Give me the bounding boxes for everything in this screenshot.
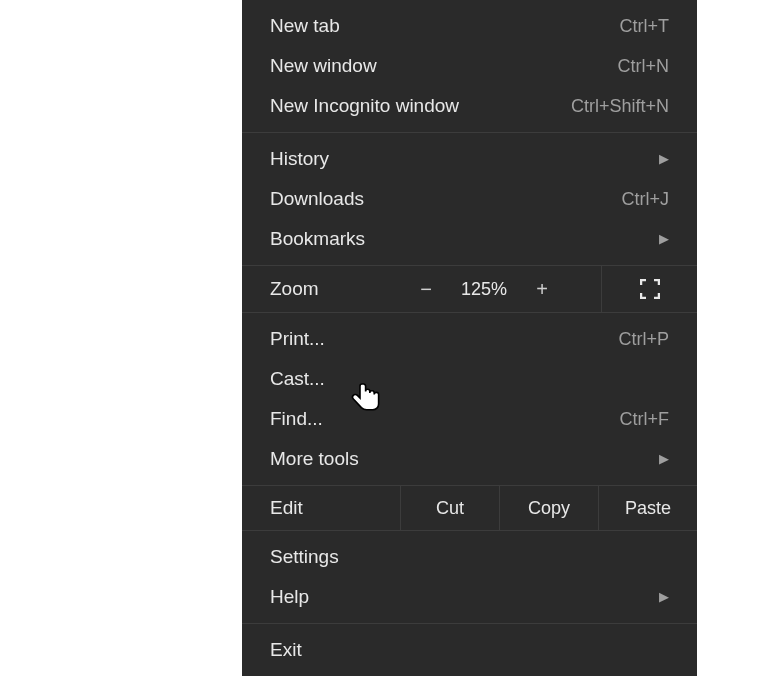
menu-item-label: Cast... <box>270 365 325 393</box>
menu-item-label: Bookmarks <box>270 225 365 253</box>
menu-item-label: Print... <box>270 325 325 353</box>
edit-row: Edit Cut Copy Paste <box>242 485 697 531</box>
chevron-right-icon: ▶ <box>659 145 669 173</box>
menu-item-shortcut: Ctrl+T <box>620 12 670 40</box>
menu-item-label: New window <box>270 52 377 80</box>
browser-main-menu: New tab Ctrl+T New window Ctrl+N New Inc… <box>242 0 697 676</box>
cut-button[interactable]: Cut <box>400 486 499 530</box>
paste-button[interactable]: Paste <box>598 486 697 530</box>
menu-item-label: History <box>270 145 329 173</box>
menu-item-more-tools[interactable]: More tools ▶ <box>242 439 697 479</box>
zoom-out-button[interactable]: − <box>400 266 452 312</box>
menu-item-shortcut: Ctrl+P <box>618 325 669 353</box>
menu-item-settings[interactable]: Settings <box>242 537 697 577</box>
menu-item-label: Downloads <box>270 185 364 213</box>
menu-item-find[interactable]: Find... Ctrl+F <box>242 399 697 439</box>
menu-item-shortcut: Ctrl+F <box>620 405 670 433</box>
zoom-row: Zoom − 125% + <box>242 265 697 313</box>
menu-item-downloads[interactable]: Downloads Ctrl+J <box>242 179 697 219</box>
menu-item-bookmarks[interactable]: Bookmarks ▶ <box>242 219 697 259</box>
chevron-right-icon: ▶ <box>659 445 669 473</box>
fullscreen-button[interactable] <box>601 266 697 312</box>
chevron-right-icon: ▶ <box>659 583 669 611</box>
menu-item-exit[interactable]: Exit <box>242 630 697 670</box>
copy-button[interactable]: Copy <box>499 486 598 530</box>
menu-item-label: Find... <box>270 405 323 433</box>
menu-item-label: New Incognito window <box>270 92 459 120</box>
menu-item-print[interactable]: Print... Ctrl+P <box>242 319 697 359</box>
menu-item-shortcut: Ctrl+Shift+N <box>571 92 669 120</box>
menu-item-new-window[interactable]: New window Ctrl+N <box>242 46 697 86</box>
zoom-label: Zoom <box>242 278 400 300</box>
menu-item-label: Settings <box>270 543 339 571</box>
edit-label: Edit <box>242 486 400 530</box>
menu-item-label: More tools <box>270 445 359 473</box>
chevron-right-icon: ▶ <box>659 225 669 253</box>
menu-item-cast[interactable]: Cast... <box>242 359 697 399</box>
menu-item-label: Help <box>270 583 309 611</box>
menu-item-label: New tab <box>270 12 340 40</box>
menu-item-shortcut: Ctrl+J <box>621 185 669 213</box>
zoom-value: 125% <box>452 279 516 300</box>
fullscreen-icon <box>640 279 660 299</box>
zoom-in-button[interactable]: + <box>516 266 568 312</box>
menu-item-help[interactable]: Help ▶ <box>242 577 697 617</box>
menu-item-label: Exit <box>270 636 302 664</box>
menu-item-new-tab[interactable]: New tab Ctrl+T <box>242 6 697 46</box>
menu-item-shortcut: Ctrl+N <box>617 52 669 80</box>
menu-item-history[interactable]: History ▶ <box>242 139 697 179</box>
menu-item-new-incognito[interactable]: New Incognito window Ctrl+Shift+N <box>242 86 697 126</box>
